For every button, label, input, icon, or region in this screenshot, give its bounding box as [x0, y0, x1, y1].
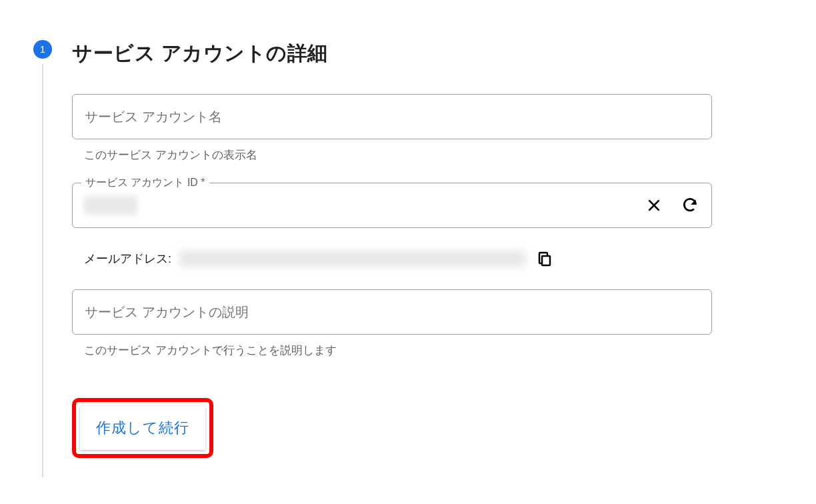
step-title: サービス アカウントの詳細 [72, 40, 712, 67]
highlight-annotation: 作成して続行 [72, 398, 213, 458]
refresh-id-button[interactable] [679, 194, 701, 217]
create-and-continue-button[interactable]: 作成して続行 [80, 406, 205, 450]
email-address-row: メールアドレス: [84, 248, 712, 269]
service-account-id-field: サービス アカウント ID * [72, 183, 712, 228]
copy-icon [537, 251, 553, 267]
service-account-name-input[interactable] [72, 94, 712, 139]
service-account-id-value-redacted [84, 196, 137, 215]
service-account-id-input[interactable] [72, 183, 712, 228]
service-account-name-field: このサービス アカウントの表示名 [72, 94, 712, 163]
email-address-value-redacted [179, 251, 526, 267]
svg-rect-2 [542, 256, 550, 265]
service-account-description-helper: このサービス アカウントで行うことを説明します [84, 343, 712, 358]
service-account-description-input[interactable] [72, 289, 712, 335]
clear-id-button[interactable] [643, 194, 665, 217]
copy-email-button[interactable] [534, 248, 555, 269]
close-icon [645, 197, 663, 214]
step-indicator: 1 [33, 40, 52, 477]
step-number-badge: 1 [33, 40, 52, 59]
email-address-label: メールアドレス: [84, 251, 171, 267]
service-account-description-field: このサービス アカウントで行うことを説明します [72, 289, 712, 358]
step-connector-line [42, 64, 43, 477]
service-account-name-helper: このサービス アカウントの表示名 [84, 147, 712, 163]
refresh-icon [681, 197, 699, 214]
